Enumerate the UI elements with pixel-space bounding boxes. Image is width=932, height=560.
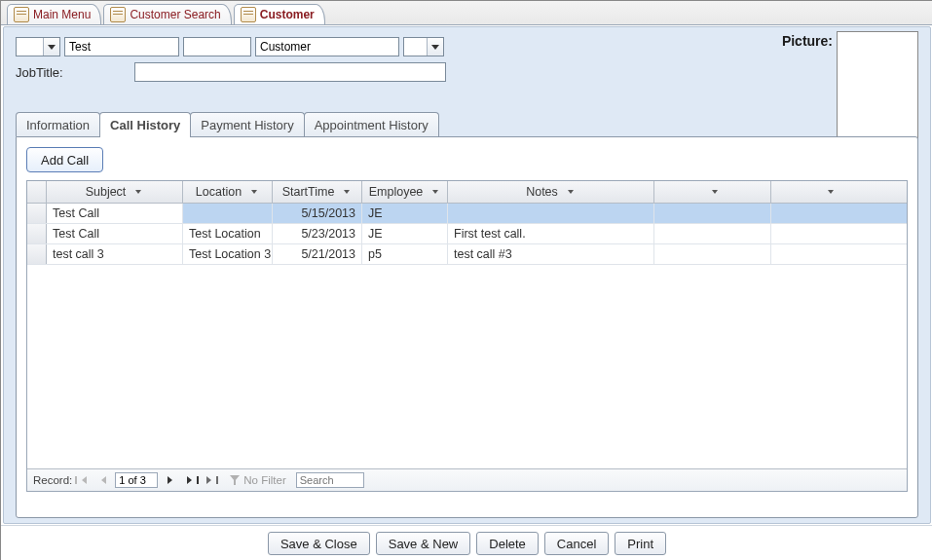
suffix-combo[interactable] <box>403 37 444 56</box>
record-navigator: Record: No Filter <box>27 468 907 491</box>
tab-payment-history[interactable]: Payment History <box>190 112 304 136</box>
col-header-subject[interactable]: Subject <box>47 181 183 203</box>
nav-first-button[interactable] <box>76 472 92 488</box>
last-name-input[interactable] <box>255 37 399 56</box>
cell-subject[interactable]: Test Call <box>47 204 183 223</box>
call-history-grid: Subject Location StartTime Employee Note… <box>26 180 908 492</box>
tab-call-history[interactable]: Call History <box>99 112 191 136</box>
chevron-down-icon[interactable] <box>566 187 576 197</box>
app-tab-label: Main Menu <box>33 8 91 21</box>
cell-subject[interactable]: Test Call <box>47 224 183 243</box>
chevron-down-icon[interactable] <box>710 187 720 197</box>
last-icon <box>187 476 192 484</box>
cell-notes[interactable]: First test call. <box>448 224 654 243</box>
nav-prev-button[interactable] <box>95 472 111 488</box>
cell-starttime[interactable]: 5/23/2013 <box>273 224 362 243</box>
chevron-down-icon[interactable] <box>133 187 143 197</box>
print-button[interactable]: Print <box>615 532 666 555</box>
cell-blank[interactable] <box>771 204 886 223</box>
cell-employee[interactable]: JE <box>362 204 448 223</box>
new-record-icon <box>206 476 211 484</box>
select-all-cell[interactable] <box>27 181 47 203</box>
job-title-row: JobTitle: <box>16 62 918 82</box>
nav-last-button[interactable] <box>181 472 197 488</box>
customer-form-window: Main Menu Customer Search Customer Pictu… <box>0 0 932 560</box>
record-label: Record: <box>33 474 72 486</box>
col-header-employee[interactable]: Employee <box>362 181 448 203</box>
form-icon <box>14 7 29 22</box>
cell-starttime[interactable]: 5/21/2013 <box>273 244 362 264</box>
col-header-blank[interactable] <box>771 181 886 203</box>
col-header-location[interactable]: Location <box>183 181 273 203</box>
cell-blank[interactable] <box>654 224 771 243</box>
grid-header: Subject Location StartTime Employee Note… <box>27 181 907 204</box>
table-row[interactable]: Test Call 5/15/2013 JE <box>27 204 907 224</box>
form-icon <box>241 7 256 22</box>
picture-label: Picture: <box>782 33 833 49</box>
nav-next-button[interactable] <box>162 472 177 488</box>
dropdown-icon[interactable] <box>427 38 443 56</box>
delete-button[interactable]: Delete <box>476 532 539 555</box>
job-title-input[interactable] <box>134 62 446 82</box>
cell-blank[interactable] <box>654 244 771 264</box>
col-header-starttime[interactable]: StartTime <box>273 181 362 203</box>
inner-tab-row: Information Call History Payment History… <box>16 111 918 136</box>
cell-location[interactable] <box>183 204 273 223</box>
table-row[interactable]: test call 3 Test Location 3 5/21/2013 p5… <box>27 244 907 265</box>
form-area: Picture: JobTitle: Information <box>3 26 931 524</box>
record-position-input[interactable] <box>115 472 158 488</box>
app-tab-bar: Main Menu Customer Search Customer <box>1 1 932 25</box>
add-call-button[interactable]: Add Call <box>26 147 103 172</box>
app-tab-main-menu[interactable]: Main Menu <box>7 4 101 24</box>
cell-notes[interactable] <box>448 204 654 223</box>
app-tab-customer-search[interactable]: Customer Search <box>103 4 231 24</box>
cell-blank[interactable] <box>771 224 886 243</box>
table-row[interactable]: Test Call Test Location 5/23/2013 JE Fir… <box>27 224 907 244</box>
tab-information[interactable]: Information <box>16 112 100 136</box>
row-selector[interactable] <box>27 244 47 264</box>
chevron-down-icon[interactable] <box>430 187 440 197</box>
cell-starttime[interactable]: 5/15/2013 <box>273 204 362 223</box>
tab-appointment-history[interactable]: Appointment History <box>304 112 439 136</box>
col-header-notes[interactable]: Notes <box>448 181 654 203</box>
filter-label: No Filter <box>243 474 285 486</box>
filter-indicator[interactable]: No Filter <box>230 474 285 486</box>
cell-location[interactable]: Test Location 3 <box>183 244 273 264</box>
cell-subject[interactable]: test call 3 <box>47 244 183 264</box>
chevron-down-icon[interactable] <box>249 187 259 197</box>
cell-blank[interactable] <box>771 244 886 264</box>
footer-toolbar: Save & Close Save & New Delete Cancel Pr… <box>1 525 932 560</box>
save-new-button[interactable]: Save & New <box>376 532 471 555</box>
save-close-button[interactable]: Save & Close <box>268 532 370 555</box>
col-header-blank[interactable] <box>654 181 771 203</box>
funnel-icon <box>230 475 240 485</box>
middle-name-input[interactable] <box>183 37 251 56</box>
chevron-down-icon[interactable] <box>342 187 352 197</box>
grid-body: Test Call 5/15/2013 JE Test Call Test Lo… <box>27 204 907 468</box>
cell-blank[interactable] <box>654 204 771 223</box>
app-tab-customer[interactable]: Customer <box>234 4 325 24</box>
prefix-combo[interactable] <box>16 37 60 56</box>
cell-employee[interactable]: JE <box>362 224 448 243</box>
chevron-right-icon <box>168 476 172 484</box>
app-tab-label: Customer <box>260 8 315 21</box>
row-selector[interactable] <box>27 224 47 243</box>
cell-employee[interactable]: p5 <box>362 244 448 264</box>
cell-notes[interactable]: test call #3 <box>448 244 654 264</box>
app-tab-label: Customer Search <box>130 8 220 21</box>
dropdown-icon[interactable] <box>43 38 59 56</box>
row-selector[interactable] <box>27 204 47 223</box>
form-icon <box>110 7 126 22</box>
cell-location[interactable]: Test Location <box>183 224 273 243</box>
inner-tab-control: Information Call History Payment History… <box>16 111 918 518</box>
chevron-down-icon[interactable] <box>826 187 836 197</box>
first-icon <box>82 476 87 484</box>
chevron-left-icon <box>101 476 106 484</box>
job-title-label: JobTitle: <box>16 65 130 80</box>
record-search-input[interactable] <box>296 472 364 488</box>
first-name-input[interactable] <box>64 37 179 56</box>
call-history-panel: Add Call Subject Location StartTime Empl… <box>16 136 918 518</box>
cancel-button[interactable]: Cancel <box>544 532 609 555</box>
nav-new-button[interactable] <box>201 472 216 488</box>
